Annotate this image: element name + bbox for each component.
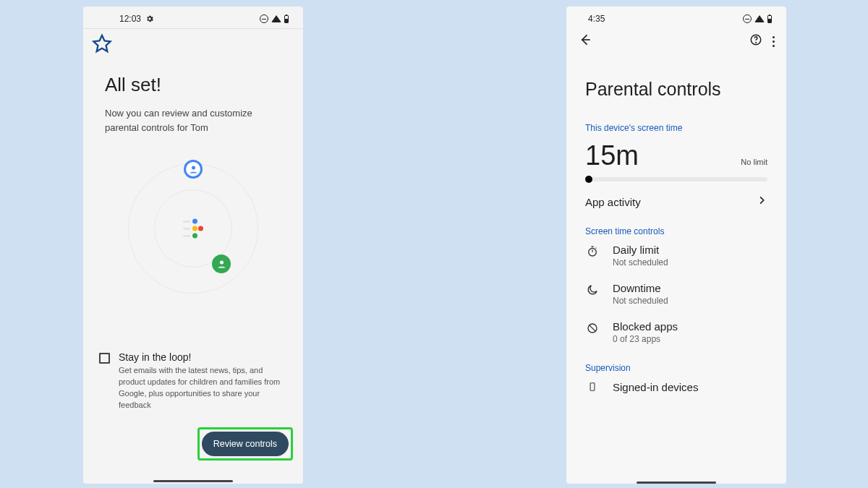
page-title: All set! xyxy=(105,74,303,96)
control-subtitle: Not scheduled xyxy=(613,296,668,306)
app-bar xyxy=(566,24,786,50)
control-title: Daily limit xyxy=(613,244,668,256)
wifi-icon xyxy=(754,15,765,22)
screen-time-limit: No limit xyxy=(741,158,767,166)
star-icon xyxy=(92,33,303,56)
screen-time-progress xyxy=(585,177,767,181)
opt-in-body: Get emails with the latest news, tips, a… xyxy=(119,365,287,411)
app-activity-row[interactable]: App activity xyxy=(566,181,786,222)
svg-point-0 xyxy=(192,166,195,169)
email-opt-in[interactable]: Stay in the loop! Get emails with the la… xyxy=(99,351,287,411)
page-title: Parental controls xyxy=(585,79,786,100)
home-indicator[interactable] xyxy=(153,480,233,482)
screen-time-value: 15m xyxy=(585,140,639,171)
checkbox[interactable] xyxy=(99,353,110,364)
home-indicator[interactable] xyxy=(637,481,716,484)
phone-screen-setup-complete: 12:03 All set! Now you can review and cu… xyxy=(83,7,303,484)
do-not-disturb-icon xyxy=(743,14,752,23)
chevron-right-icon xyxy=(756,194,767,209)
control-subtitle: 0 of 23 apps xyxy=(613,334,678,344)
do-not-disturb-icon xyxy=(260,14,268,23)
section-label-controls: Screen time controls xyxy=(585,226,786,236)
downtime-row[interactable]: Downtime Not scheduled xyxy=(566,275,786,313)
help-icon[interactable] xyxy=(749,33,762,49)
signed-in-devices-label: Signed-in devices xyxy=(613,381,698,393)
battery-icon xyxy=(284,15,289,23)
section-label-supervision: Supervision xyxy=(585,363,786,373)
wifi-icon xyxy=(271,15,281,22)
status-bar: 4:35 xyxy=(566,7,786,24)
family-link-illustration xyxy=(128,163,258,294)
block-icon xyxy=(585,322,600,335)
review-controls-button[interactable]: Review controls xyxy=(202,432,289,456)
control-title: Blocked apps xyxy=(613,320,678,333)
svg-point-4 xyxy=(756,42,757,43)
svg-rect-8 xyxy=(590,383,595,391)
gear-icon xyxy=(145,14,154,23)
moon-icon xyxy=(585,283,600,296)
blocked-apps-row[interactable]: Blocked apps 0 of 23 apps xyxy=(566,313,786,351)
parent-avatar-icon xyxy=(184,160,203,179)
status-bar: 12:03 xyxy=(83,7,303,24)
control-title: Downtime xyxy=(613,282,668,294)
control-subtitle: Not scheduled xyxy=(613,257,668,267)
signed-in-devices-row[interactable]: Signed-in devices xyxy=(566,373,786,393)
svg-point-1 xyxy=(220,260,224,264)
child-avatar-icon xyxy=(212,254,231,273)
phone-icon xyxy=(585,380,600,393)
highlight-box: Review controls xyxy=(197,427,293,461)
battery-icon xyxy=(767,15,772,23)
phone-screen-parental-controls: 4:35 Parental controls This device's scr… xyxy=(566,7,786,484)
app-activity-label: App activity xyxy=(585,196,641,208)
opt-in-heading: Stay in the loop! xyxy=(119,351,287,363)
section-label-screen-time: This device's screen time xyxy=(585,123,786,133)
page-subtitle: Now you can review and customize parenta… xyxy=(105,106,278,134)
daily-limit-row[interactable]: Daily limit Not scheduled xyxy=(566,236,786,275)
back-button[interactable] xyxy=(578,33,592,50)
divider xyxy=(83,28,303,29)
svg-line-7 xyxy=(590,325,595,331)
stopwatch-icon xyxy=(585,245,600,258)
more-options-button[interactable] xyxy=(773,36,775,47)
clock-text: 4:35 xyxy=(588,14,605,24)
clock-text: 12:03 xyxy=(119,14,141,24)
